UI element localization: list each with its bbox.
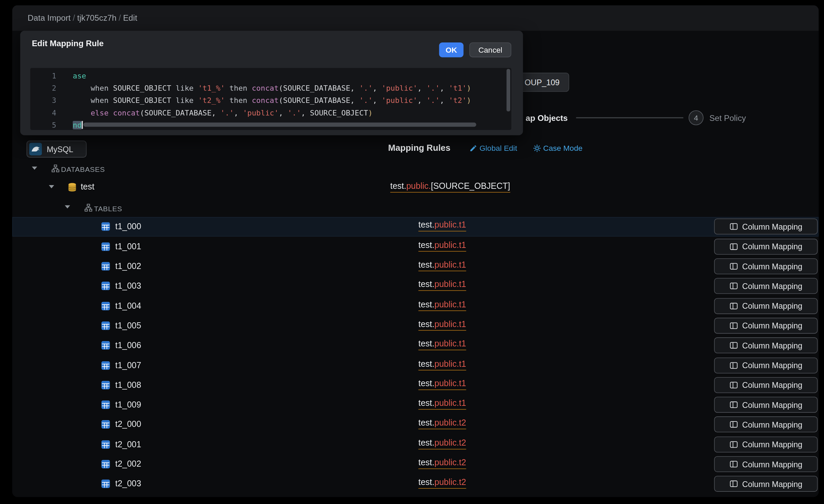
breadcrumb-item[interactable]: Edit — [123, 13, 137, 23]
column-mapping-icon — [729, 480, 738, 488]
table-row[interactable]: t1_004 test.public.t1 Column Mapping — [12, 296, 819, 316]
column-mapping-button[interactable]: Column Mapping — [714, 357, 818, 373]
table-name: t1_001 — [115, 242, 141, 251]
cancel-button[interactable]: Cancel — [469, 42, 511, 57]
table-row[interactable]: t2_003 test.public.t2 Column Mapping — [12, 474, 819, 494]
column-mapping-label: Column Mapping — [742, 420, 802, 429]
column-mapping-label: Column Mapping — [742, 321, 802, 330]
source-db-chip[interactable]: MySQL — [27, 141, 86, 158]
code-text: ase — [56, 71, 86, 80]
wizard-step4-number: 4 — [694, 113, 698, 122]
code-line: 1ase — [30, 70, 511, 82]
breadcrumb-item[interactable]: Data Import — [28, 13, 70, 23]
sitemap-icon — [84, 204, 92, 212]
global-edit-button[interactable]: Global Edit — [469, 144, 517, 152]
column-mapping-button[interactable]: Column Mapping — [714, 436, 818, 452]
column-mapping-icon — [729, 361, 738, 370]
line-number: 5 — [30, 121, 56, 130]
table-row[interactable]: t2_002 test.public.t2 Column Mapping — [12, 454, 819, 474]
caret-down-icon[interactable] — [32, 166, 37, 169]
sitemap-icon — [52, 164, 59, 172]
column-mapping-button[interactable]: Column Mapping — [714, 258, 818, 274]
code-editor[interactable]: 1ase2 when SOURCE_OBJECT like 't1_%' the… — [30, 68, 511, 130]
breadcrumb-item[interactable]: tjk705cz7h — [77, 13, 117, 23]
code-text: when SOURCE_OBJECT like 't2_%' then conc… — [56, 96, 471, 105]
table-icon — [101, 360, 110, 370]
row-mapping[interactable]: test.public.t1 — [418, 240, 466, 252]
table-row[interactable]: t2_000 test.public.t2 Column Mapping — [12, 415, 819, 434]
table-row[interactable]: t1_000 test.public.t1 Column Mapping — [12, 217, 819, 236]
column-mapping-label: Column Mapping — [742, 341, 802, 350]
case-mode-label: Case Mode — [543, 144, 583, 152]
table-row[interactable]: t2_001 test.public.t2 Column Mapping — [12, 434, 819, 454]
column-mapping-icon — [729, 440, 738, 449]
column-mapping-label: Column Mapping — [742, 380, 802, 390]
code-line: 3 when SOURCE_OBJECT like 't2_%' then co… — [30, 94, 511, 107]
table-row[interactable]: t1_003 test.public.t1 Column Mapping — [12, 276, 819, 296]
code-text: when SOURCE_OBJECT like 't1_%' then conc… — [56, 84, 471, 92]
row-mapping[interactable]: test.public.t1 — [418, 280, 466, 291]
table-row[interactable]: t1_007 test.public.t1 Column Mapping — [12, 355, 819, 375]
code-line: 5nd — [30, 119, 511, 130]
column-mapping-button[interactable]: Column Mapping — [714, 476, 818, 492]
row-mapping[interactable]: test.public.t1 — [418, 320, 466, 331]
table-icon — [101, 439, 110, 449]
table-icon — [101, 281, 110, 291]
breadcrumb-separator: / — [73, 13, 75, 23]
table-icon — [101, 301, 110, 311]
table-row[interactable]: t1_006 test.public.t1 Column Mapping — [12, 336, 819, 355]
column-mapping-icon — [729, 282, 738, 290]
table-icon — [101, 222, 110, 232]
table-row[interactable]: t1_002 test.public.t1 Column Mapping — [12, 256, 819, 276]
row-mapping[interactable]: test.public.t1 — [418, 260, 466, 271]
breadcrumb: Data Import/tjk705cz7h/Edit — [28, 5, 137, 31]
column-mapping-button[interactable]: Column Mapping — [714, 456, 818, 472]
vertical-scrollbar[interactable] — [507, 69, 510, 111]
table-row[interactable]: t1_009 test.public.t1 Column Mapping — [12, 395, 819, 415]
table-name: t1_007 — [115, 360, 141, 370]
table-icon — [101, 400, 110, 410]
caret-down-icon[interactable] — [65, 205, 70, 208]
table-icon — [101, 321, 110, 330]
row-mapping[interactable]: test.public.t1 — [418, 220, 466, 232]
row-mapping[interactable]: test.public.t1 — [418, 339, 466, 350]
column-mapping-button[interactable]: Column Mapping — [714, 219, 818, 235]
code-text: nd — [56, 121, 83, 130]
column-mapping-button[interactable]: Column Mapping — [714, 278, 818, 294]
row-mapping[interactable]: test.public.t2 — [418, 438, 466, 449]
table-row[interactable]: t1_008 test.public.t1 Column Mapping — [12, 375, 819, 395]
column-mapping-button[interactable]: Column Mapping — [714, 417, 818, 433]
row-mapping[interactable]: test.public.t1 — [418, 359, 466, 370]
code-text: else concat(SOURCE_DATABASE, '.', 'publi… — [56, 109, 373, 117]
case-mode-button[interactable]: Case Mode — [533, 144, 583, 152]
table-icon — [101, 242, 110, 251]
database-mapping[interactable]: test.public.[SOURCE_OBJECT] — [390, 181, 510, 193]
row-mapping[interactable]: test.public.t1 — [418, 399, 466, 410]
table-row[interactable]: t1_005 test.public.t1 Column Mapping — [12, 316, 819, 336]
row-mapping[interactable]: test.public.t2 — [418, 478, 466, 489]
column-mapping-button[interactable]: Column Mapping — [714, 397, 818, 413]
row-mapping[interactable]: test.public.t1 — [418, 300, 466, 311]
gear-icon — [533, 144, 541, 152]
column-mapping-button[interactable]: Column Mapping — [714, 377, 818, 393]
row-mapping[interactable]: test.public.t2 — [418, 458, 466, 469]
wizard-step-active-label: ap Objects — [526, 113, 568, 123]
row-mapping[interactable]: test.public.t1 — [418, 379, 466, 390]
database-icon — [67, 182, 77, 192]
row-mapping[interactable]: test.public.t2 — [418, 418, 466, 430]
column-mapping-button[interactable]: Column Mapping — [714, 338, 818, 354]
ok-button[interactable]: OK — [439, 42, 464, 57]
table-row[interactable]: t1_001 test.public.t1 Column Mapping — [12, 237, 819, 256]
column-mapping-button[interactable]: Column Mapping — [714, 298, 818, 314]
column-mapping-label: Column Mapping — [742, 242, 802, 251]
code-lines: 1ase2 when SOURCE_OBJECT like 't1_%' the… — [30, 70, 511, 130]
line-number: 1 — [30, 71, 56, 80]
database-name[interactable]: test — [81, 182, 94, 192]
table-name: t2_003 — [115, 479, 141, 489]
caret-down-icon[interactable] — [49, 185, 54, 188]
code-line: 4 else concat(SOURCE_DATABASE, '.', 'pub… — [30, 107, 511, 119]
column-mapping-button[interactable]: Column Mapping — [714, 318, 818, 334]
column-mapping-button[interactable]: Column Mapping — [714, 238, 818, 254]
table-name: t1_005 — [115, 321, 141, 330]
table-name: t2_002 — [115, 460, 141, 469]
